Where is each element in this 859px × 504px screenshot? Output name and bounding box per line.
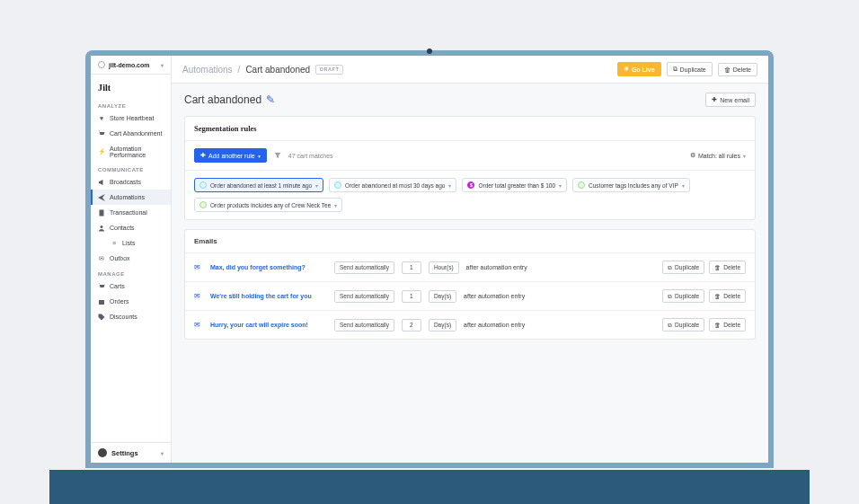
chevron-down-icon: ▾ <box>559 182 562 189</box>
matches-count: 47 cart matches <box>288 153 333 159</box>
nav-transactional[interactable]: Transactional <box>91 205 171 220</box>
qty-input[interactable]: 1 <box>402 261 421 274</box>
rules-list: Order abandoned at least 1 minute ago▾ O… <box>185 171 755 219</box>
nav-contacts[interactable]: Contacts <box>91 220 171 235</box>
trash-icon: 🗑 <box>724 66 731 73</box>
row-duplicate-button[interactable]: ⧉Duplicate <box>662 318 704 332</box>
user-icon <box>98 225 105 232</box>
globe-icon <box>98 61 105 68</box>
row-duplicate-button[interactable]: ⧉Duplicate <box>662 261 704 274</box>
segmentation-panel: Segmentation rules ✚Add another rule▾ 47… <box>184 116 756 220</box>
nav-outbox[interactable]: ✉Outbox <box>91 251 171 266</box>
nav-discounts[interactable]: Discounts <box>91 309 171 324</box>
chevron-down-icon: ▾ <box>258 153 261 159</box>
copy-icon: ⧉ <box>668 264 672 271</box>
match-mode-select[interactable]: ⚙Match: all rules▾ <box>690 152 746 159</box>
nav-store-heartbeat[interactable]: ♥Store Heartbeat <box>91 111 171 126</box>
tag-icon <box>98 314 105 321</box>
send-mode-select[interactable]: Send automatically <box>334 261 394 274</box>
rule-pill[interactable]: $Order total greater than $ 100▾ <box>462 178 567 192</box>
megaphone-icon <box>98 179 105 186</box>
rule-pill[interactable]: Order abandoned at least 1 minute ago▾ <box>194 178 323 192</box>
qty-input[interactable]: 1 <box>402 290 421 303</box>
receipt-icon <box>98 209 105 217</box>
nav-section-analyze: ANALYZE <box>91 98 171 111</box>
send-mode-select[interactable]: Send automatically <box>334 319 394 332</box>
rule-pill[interactable]: Order products includes any of Crew Neck… <box>194 198 342 212</box>
rule-pill[interactable]: Order abandoned at most 30 days ago▾ <box>329 178 456 192</box>
email-row: ✉ We're still holding the cart for you S… <box>185 282 755 311</box>
chevron-down-icon: ▾ <box>448 182 451 189</box>
app-screen: jilt-demo.com ▾ Jilt ANALYZE ♥Store Hear… <box>91 56 768 463</box>
rule-dot-icon: $ <box>467 181 474 189</box>
device-frame: jilt-demo.com ▾ Jilt ANALYZE ♥Store Hear… <box>85 50 774 468</box>
email-subject-link[interactable]: We're still holding the cart for you <box>210 293 327 299</box>
unit-select[interactable]: Day(s) <box>429 319 456 332</box>
rule-dot-icon <box>578 181 585 189</box>
add-rule-button[interactable]: ✚Add another rule▾ <box>194 148 267 163</box>
nav-automations[interactable]: Automations <box>91 190 171 205</box>
svg-rect-1 <box>100 209 104 216</box>
nav-cart-abandonment[interactable]: Cart Abandonment <box>91 126 171 141</box>
topbar: Automations / Cart abandoned DRAFT ☀Go L… <box>172 56 768 84</box>
email-subject-link[interactable]: Hurry, your cart will expire soon! <box>210 322 327 328</box>
trash-icon: 🗑 <box>714 264 721 270</box>
envelope-icon: ✉ <box>194 292 203 300</box>
account-domain: jilt-demo.com <box>109 62 150 68</box>
breadcrumb-parent[interactable]: Automations <box>182 65 233 75</box>
breadcrumb-current: Cart abandoned <box>245 65 310 75</box>
emails-panel: Emails ✉ Max, did you forget something? … <box>184 229 756 340</box>
settings-link[interactable]: Settings ▾ <box>91 442 171 463</box>
main-area: Automations / Cart abandoned DRAFT ☀Go L… <box>172 56 768 463</box>
rule-pill[interactable]: Customer tags includes any of VIP▾ <box>572 178 690 192</box>
copy-icon: ⧉ <box>668 322 672 329</box>
row-duplicate-button[interactable]: ⧉Duplicate <box>662 289 704 303</box>
box-icon <box>98 298 105 305</box>
unit-select[interactable]: Day(s) <box>429 290 456 303</box>
svg-point-2 <box>101 225 103 228</box>
nav-broadcasts[interactable]: Broadcasts <box>91 174 171 190</box>
nav-automation-performance[interactable]: ⚡Automation Performance <box>91 141 171 162</box>
qty-input[interactable]: 2 <box>402 319 421 332</box>
pencil-icon[interactable]: ✎ <box>266 93 275 106</box>
nav-lists[interactable]: ≡Lists <box>91 235 171 251</box>
email-subject-link[interactable]: Max, did you forget something? <box>210 264 327 270</box>
brand-logo: Jilt <box>91 75 171 98</box>
bolt-icon: ⚡ <box>98 148 105 155</box>
rule-dot-icon <box>199 201 207 208</box>
account-switcher[interactable]: jilt-demo.com ▾ <box>91 56 171 75</box>
nav-orders[interactable]: Orders <box>91 294 171 309</box>
nav-section-manage: MANAGE <box>91 266 171 279</box>
go-live-button[interactable]: ☀Go Live <box>617 62 661 76</box>
row-delete-button[interactable]: 🗑Delete <box>709 289 746 303</box>
after-text: after automation entry <box>464 322 655 328</box>
chevron-down-icon: ▾ <box>315 182 318 189</box>
filter-icon <box>274 152 281 159</box>
sun-icon: ☀ <box>624 66 629 73</box>
delete-button[interactable]: 🗑Delete <box>718 63 757 76</box>
nav-carts[interactable]: Carts <box>91 279 171 294</box>
sidebar: jilt-demo.com ▾ Jilt ANALYZE ♥Store Hear… <box>91 56 172 463</box>
new-email-button[interactable]: ✚New email <box>705 93 756 107</box>
mail-icon: ✉ <box>98 255 105 262</box>
svg-text:Jilt: Jilt <box>98 83 111 93</box>
heart-icon: ♥ <box>98 115 105 122</box>
chevron-down-icon: ▾ <box>161 62 164 68</box>
chevron-down-icon: ▾ <box>682 182 685 189</box>
send-mode-select[interactable]: Send automatically <box>334 290 394 303</box>
chevron-down-icon: ▾ <box>161 450 164 456</box>
status-badge: DRAFT <box>315 65 343 75</box>
segmentation-heading: Segmentation rules <box>185 117 755 141</box>
row-delete-button[interactable]: 🗑Delete <box>709 261 746 274</box>
row-delete-button[interactable]: 🗑Delete <box>709 318 746 332</box>
breadcrumb-separator: / <box>238 65 241 75</box>
unit-select[interactable]: Hour(s) <box>429 261 459 274</box>
gear-icon: ⚙ <box>690 152 695 159</box>
rule-dot-icon <box>334 181 341 189</box>
trash-icon: 🗑 <box>714 293 721 299</box>
send-icon <box>98 194 105 201</box>
copy-icon: ⧉ <box>673 66 677 73</box>
content: Cart abandoned ✎ ✚New email Segmentation… <box>172 84 768 358</box>
duplicate-button[interactable]: ⧉Duplicate <box>667 62 713 76</box>
chevron-down-icon: ▾ <box>743 153 746 159</box>
